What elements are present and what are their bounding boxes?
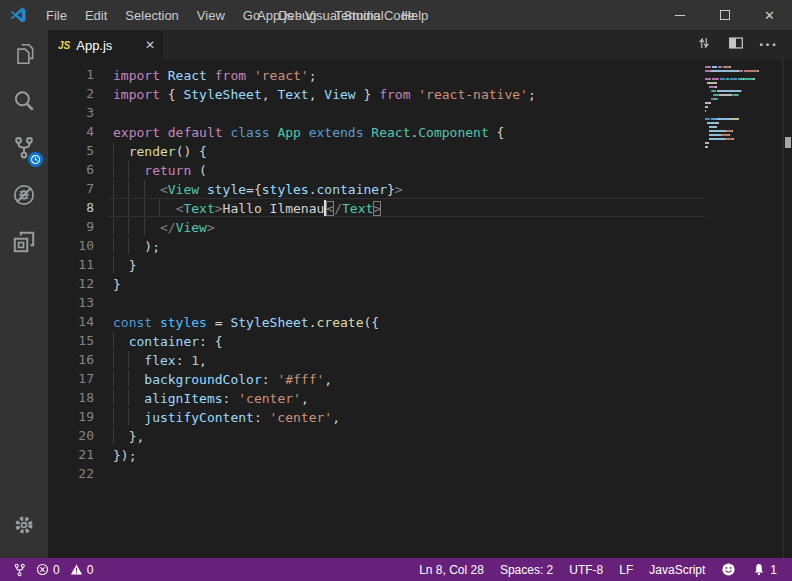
indent-guide: [113, 408, 114, 425]
token: alignItems: [144, 391, 222, 406]
menu-go[interactable]: Go: [234, 0, 269, 30]
minimap-line: [705, 126, 783, 128]
indent-guide: [128, 408, 129, 425]
token: >: [373, 201, 381, 216]
line-number: 13: [48, 293, 108, 312]
status-item-0[interactable]: Ln 8, Col 28: [414, 558, 489, 581]
maximize-icon: [720, 10, 730, 20]
token: [246, 68, 254, 83]
code-content[interactable]: import React from 'react';import { Style…: [108, 60, 705, 558]
status-item-2[interactable]: UTF-8: [564, 558, 608, 581]
code-line-9[interactable]: </View>: [108, 217, 705, 236]
more-actions-icon[interactable]: ···: [759, 36, 778, 54]
minimap-line: [705, 150, 783, 152]
settings-gear-icon[interactable]: [0, 501, 48, 548]
menu-file[interactable]: File: [37, 0, 76, 30]
git-branch-button[interactable]: [8, 558, 31, 581]
token: .: [309, 315, 317, 330]
feedback-smiley-icon[interactable]: [716, 558, 741, 581]
menu-view[interactable]: View: [188, 0, 234, 30]
extensions-icon[interactable]: [0, 218, 48, 265]
line-number: 5: [48, 141, 108, 160]
code-line-3[interactable]: [108, 103, 705, 122]
code-editor[interactable]: 12345678910111213141516171819202122 impo…: [48, 60, 792, 558]
menu-help[interactable]: Help: [393, 0, 438, 30]
debug-icon[interactable]: [0, 171, 48, 218]
code-line-4[interactable]: export default class App extends React.C…: [108, 122, 705, 141]
token: }: [356, 87, 379, 102]
indent-guide: [128, 389, 129, 406]
code-line-8[interactable]: <Text>Hallo Ilmenau</Text>: [108, 198, 705, 217]
overview-ruler[interactable]: [783, 60, 792, 558]
code-line-11[interactable]: }: [108, 255, 705, 274]
code-line-20[interactable]: },: [108, 426, 705, 445]
minimap-line: [705, 66, 783, 68]
token: ,: [324, 372, 332, 387]
status-item-3[interactable]: LF: [614, 558, 638, 581]
explorer-icon[interactable]: [0, 30, 48, 77]
tab-close-icon[interactable]: ✕: [145, 39, 155, 51]
problems-button[interactable]: 0 0: [31, 558, 98, 581]
code-line-14[interactable]: const styles = StyleSheet.create({: [108, 312, 705, 331]
token: create: [317, 315, 364, 330]
code-line-6[interactable]: return (: [108, 160, 705, 179]
minimize-button[interactable]: [657, 0, 702, 30]
token: render: [129, 144, 176, 159]
maximize-button[interactable]: [702, 0, 747, 30]
code-line-13[interactable]: [108, 293, 705, 312]
notifications-bell-icon[interactable]: 1: [747, 558, 782, 581]
code-line-16[interactable]: flex: 1,: [108, 350, 705, 369]
code-line-1[interactable]: import React from 'react';: [108, 65, 705, 84]
indent-guide: [159, 199, 160, 216]
token: );: [113, 239, 160, 254]
token: React: [371, 125, 410, 140]
token: },: [113, 429, 144, 444]
code-line-22[interactable]: [108, 464, 705, 483]
title-bar: FileEditSelectionViewGoDebugTerminalHelp…: [0, 0, 792, 30]
token: });: [113, 448, 136, 463]
minimap-line: [705, 74, 783, 76]
code-line-18[interactable]: alignItems: 'center',: [108, 388, 705, 407]
menu-edit[interactable]: Edit: [76, 0, 116, 30]
indent-guide: [113, 332, 114, 349]
split-editor-icon[interactable]: [727, 34, 745, 56]
code-line-17[interactable]: backgroundColor: '#fff',: [108, 369, 705, 388]
activity-bar: [0, 30, 48, 558]
code-line-7[interactable]: <View style={styles.container}>: [108, 179, 705, 198]
close-button[interactable]: ✕: [747, 0, 792, 30]
minimap-line: [705, 114, 783, 116]
close-icon: ✕: [764, 9, 775, 22]
minimap-line: [705, 98, 783, 100]
source-control-icon[interactable]: [0, 124, 48, 171]
code-line-2[interactable]: import { StyleSheet, Text, View } from '…: [108, 84, 705, 103]
status-item-1[interactable]: Spaces: 2: [495, 558, 558, 581]
token: ;: [528, 87, 536, 102]
token: container: [317, 182, 387, 197]
menu-terminal[interactable]: Terminal: [325, 0, 392, 30]
token: [199, 182, 207, 197]
tab-appjs[interactable]: JS App.js ✕: [48, 30, 163, 60]
menu-debug[interactable]: Debug: [269, 0, 325, 30]
token: styles: [160, 315, 207, 330]
code-line-15[interactable]: container: {: [108, 331, 705, 350]
open-changes-icon[interactable]: [695, 34, 713, 56]
code-line-12[interactable]: }: [108, 274, 705, 293]
git-branch-icon: [13, 563, 26, 577]
code-line-21[interactable]: });: [108, 445, 705, 464]
minimap-line: [705, 106, 783, 108]
line-number: 19: [48, 407, 108, 426]
code-line-19[interactable]: justifyContent: 'center',: [108, 407, 705, 426]
menu-selection[interactable]: Selection: [116, 0, 187, 30]
minimap[interactable]: [705, 60, 783, 558]
token: ,: [262, 87, 278, 102]
token: Text: [342, 201, 373, 216]
minimap-line: [705, 102, 783, 104]
token: App: [277, 125, 300, 140]
line-number: 6: [48, 160, 108, 179]
search-icon[interactable]: [0, 77, 48, 124]
token: [113, 220, 160, 235]
token: import: [113, 68, 160, 83]
code-line-10[interactable]: );: [108, 236, 705, 255]
status-item-4[interactable]: JavaScript: [644, 558, 710, 581]
code-line-5[interactable]: render() {: [108, 141, 705, 160]
